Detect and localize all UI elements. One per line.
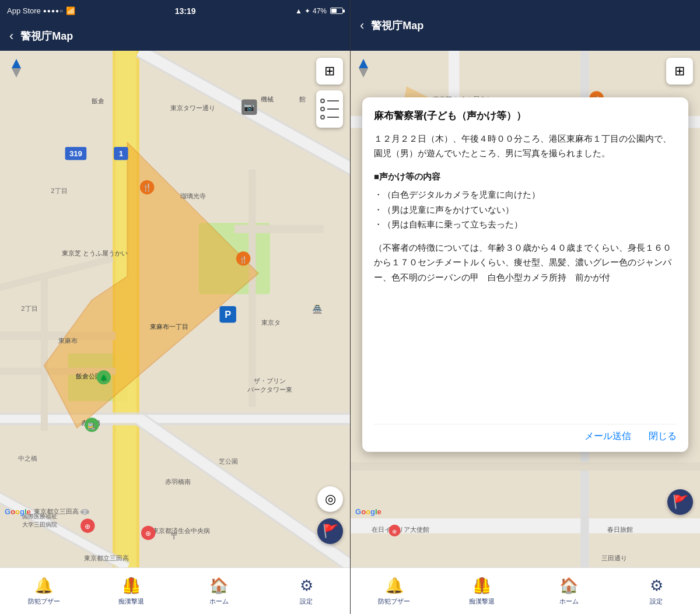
svg-text:芝公園: 芝公園 (219, 458, 238, 465)
email-button[interactable]: メール送信 (584, 430, 631, 443)
back-button-right[interactable]: ‹ (360, 18, 364, 33)
svg-text:パークタワー東: パークタワー東 (247, 386, 292, 393)
svg-text:東麻布: 東麻布 (58, 337, 78, 344)
bluetooth-icon: ✦ (304, 7, 310, 15)
tab-home-right[interactable]: 🏠 ホーム (545, 577, 592, 606)
svg-text:大学三田病院: 大学三田病院 (22, 521, 57, 528)
left-screen: App Store ●●●●○ 📶 13:19 ▲ ✦ 47% ‹ 警視庁Map (0, 0, 350, 614)
svg-text:館: 館 (299, 96, 306, 103)
svg-text:🏯: 🏯 (312, 304, 323, 314)
google-logo-left: Google (5, 507, 31, 516)
nav-bar-right: ‹ 警視庁Map (351, 0, 700, 51)
svg-text:東京都済生会中央病: 東京都済生会中央病 (152, 527, 210, 534)
map-area-right[interactable]: 東京芝 とうふ屋うかい 在日イタリア大使館 春日旅館 三田通り 🍴 ⊕ ⊞ 🚩 … (351, 51, 700, 567)
svg-text:東京都立三田高: 東京都立三田高 (84, 555, 129, 562)
close-button[interactable]: 閉じる (649, 430, 677, 443)
home-icon: 🏠 (209, 577, 228, 595)
popup-body: １２月２２日（木）、午後４時００分ころ、港区東麻布１丁目の公園内で、園児（男）が… (374, 131, 677, 417)
right-screen: ‹ 警視庁Map 東京芝 とうふ屋うかい 在日イタリア大使館 春日旅館 三田通り… (350, 0, 700, 614)
map-area-left[interactable]: 319 1 飯倉 東京タワー通り 機械 館 2丁目 瑠璃光寺 東京芝 とうふ屋う… (0, 51, 350, 567)
popup-para-1: １２月２２日（木）、午後４時００分ころ、港区東麻布１丁目の公園内で、園児（男）が… (374, 131, 677, 161)
postal-icon: 〒 (170, 531, 180, 543)
status-time: 13:19 (175, 6, 196, 16)
svg-text:2丁目: 2丁目 (51, 187, 67, 194)
svg-text:東京タワー通り: 東京タワー通り (170, 104, 215, 111)
svg-text:🍴: 🍴 (142, 183, 152, 192)
svg-text:ザ・プリン: ザ・プリン (254, 377, 286, 384)
home-label: ホーム (209, 597, 229, 606)
svg-text:⊕: ⊕ (145, 529, 151, 538)
settings-icon-right: ⚙ (650, 577, 663, 595)
layer-control-left[interactable]: ⊞ (316, 58, 343, 85)
svg-text:赤羽橋南: 赤羽橋南 (165, 478, 191, 485)
svg-text:中之橋: 中之橋 (18, 455, 37, 462)
tab-bar-left: 🔔 防犯ブザー 🦺 痴漢撃退 🏠 ホーム ⚙ 設定 (0, 567, 350, 614)
chikan-icon-right: 🦺 (473, 577, 491, 595)
tab-home-left[interactable]: 🏠 ホーム (195, 577, 242, 606)
location-icon: ▲ (295, 7, 302, 15)
page-title-right: 警視庁Map (371, 19, 424, 33)
nav-bar-left: ‹ 警視庁Map (0, 22, 350, 51)
popup-para-2: ■声かけ等の内容 (374, 169, 677, 184)
home-label-right: ホーム (559, 597, 579, 606)
tab-bohan-left[interactable]: 🔔 防犯ブザー (20, 577, 67, 606)
battery-label: 47% (313, 7, 327, 15)
map-svg-left: 319 1 飯倉 東京タワー通り 機械 館 2丁目 瑠璃光寺 東京芝 とうふ屋う… (0, 51, 350, 567)
tab-bohan-right[interactable]: 🔔 防犯ブザー (371, 577, 418, 606)
compass-left (8, 59, 24, 75)
chikan-label: 痴漢撃退 (118, 597, 144, 606)
svg-text:東麻布一丁目: 東麻布一丁目 (150, 323, 188, 330)
location-button-left[interactable]: ◎ (317, 486, 343, 512)
status-bar-right-group: ▲ ✦ 47% (295, 7, 343, 15)
map-label-after-google: 東京都立三田高 文 (34, 507, 89, 516)
chikan-label-right: 痴漢撃退 (469, 597, 495, 606)
svg-text:飯倉: 飯倉 (92, 97, 104, 104)
bohan-label-right: 防犯ブザー (378, 597, 410, 606)
bohan-icon: 🔔 (34, 577, 53, 595)
home-icon-right: 🏠 (559, 577, 578, 595)
svg-text:2丁目: 2丁目 (21, 305, 37, 312)
popup-para-3: ・（白色デジタルカメラを児童に向けた） (374, 187, 677, 202)
wifi-icon: 📶 (66, 6, 75, 15)
svg-text:🌲: 🌲 (100, 374, 108, 382)
popup-para-6: （不審者の特徴については、年齢３０歳から４０歳までくらい、身長１６０から１７０セ… (374, 240, 677, 285)
carrier-label: App Store (7, 6, 41, 15)
tab-chikan-left[interactable]: 🦺 痴漢撃退 (108, 577, 155, 606)
svg-text:⊕: ⊕ (85, 522, 90, 531)
svg-text:🍴: 🍴 (239, 255, 247, 264)
svg-text:瑠璃光寺: 瑠璃光寺 (180, 192, 206, 199)
popup-title: 麻布警察署(子ども（声かけ等）） (374, 109, 677, 123)
tab-chikan-right[interactable]: 🦺 痴漢撃退 (459, 577, 505, 606)
svg-text:東京芝 とうふ屋うかい: 東京芝 とうふ屋うかい (62, 250, 128, 257)
flag-button-left[interactable]: 🚩 (317, 518, 343, 544)
svg-text:東京タ: 東京タ (261, 319, 281, 326)
bohan-label: 防犯ブザー (28, 597, 60, 606)
svg-text:P: P (225, 309, 231, 320)
svg-text:🚉: 🚉 (88, 422, 96, 430)
list-control-left[interactable] (316, 90, 343, 128)
svg-text:319: 319 (69, 149, 82, 158)
popup-card: 麻布警察署(子ども（声かけ等）） １２月２２日（木）、午後４時００分ころ、港区東… (362, 97, 688, 452)
popup-para-5: ・（男は自転車に乗って立ち去った） (374, 217, 677, 232)
settings-label: 設定 (300, 597, 313, 606)
popup-overlay: 麻布警察署(子ども（声かけ等）） １２月２２日（木）、午後４時００分ころ、港区東… (351, 51, 700, 567)
back-button-left[interactable]: ‹ (9, 29, 13, 44)
signal-dots: ●●●●○ (43, 8, 64, 14)
svg-text:1: 1 (119, 149, 123, 158)
svg-text:機械: 機械 (261, 96, 274, 103)
battery-icon (330, 8, 343, 14)
tab-bar-right: 🔔 防犯ブザー 🦺 痴漢撃退 🏠 ホーム ⚙ 設定 (351, 567, 700, 614)
bohan-icon-right: 🔔 (385, 577, 404, 595)
settings-label-right: 設定 (650, 597, 663, 606)
popup-para-4: ・（男は児童に声をかけていない） (374, 202, 677, 217)
settings-icon: ⚙ (300, 577, 313, 595)
tab-settings-left[interactable]: ⚙ 設定 (283, 577, 330, 606)
popup-actions: メール送信 閉じる (374, 424, 677, 443)
tab-settings-right[interactable]: ⚙ 設定 (633, 577, 680, 606)
status-bar-left: App Store ●●●●○ 📶 13:19 ▲ ✦ 47% (0, 0, 350, 22)
chikan-icon: 🦺 (122, 577, 141, 595)
svg-text:📷: 📷 (244, 102, 254, 113)
page-title-left: 警視庁Map (20, 29, 73, 43)
status-bar-left-group: App Store ●●●●○ 📶 (7, 6, 75, 15)
